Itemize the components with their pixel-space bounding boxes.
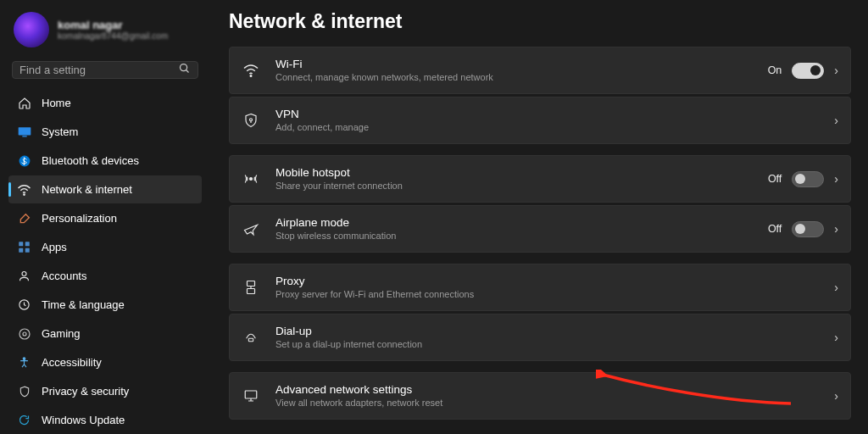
svg-rect-9 xyxy=(25,248,30,253)
svg-point-13 xyxy=(23,332,26,336)
svg-rect-7 xyxy=(25,242,30,246)
nav-label: Windows Update xyxy=(42,414,125,426)
profile-name: komal nagar xyxy=(58,19,168,31)
nav-label: Personalization xyxy=(42,212,117,225)
chevron-right-icon: › xyxy=(834,281,838,294)
nav-label: Apps xyxy=(42,241,67,253)
main-content: Network & internet Wi-Fi Connect, manage… xyxy=(210,0,868,434)
nav-windows-update[interactable]: Windows Update xyxy=(8,406,202,434)
card-subtitle: Connect, manage known networks, metered … xyxy=(275,72,753,84)
wifi-toggle[interactable] xyxy=(792,63,824,79)
profile-email: komalnagar8744@gmail.com xyxy=(58,31,168,41)
svg-rect-20 xyxy=(248,338,253,341)
svg-point-5 xyxy=(24,193,25,194)
home-icon xyxy=(17,96,31,110)
hotspot-toggle[interactable] xyxy=(792,171,824,187)
airplane-state-label: Off xyxy=(768,223,782,235)
hotspot-state-label: Off xyxy=(768,173,782,185)
card-title: VPN xyxy=(275,108,819,122)
nav-label: Privacy & security xyxy=(42,385,129,398)
dialup-icon xyxy=(242,331,260,344)
card-title: Mobile hotspot xyxy=(275,166,753,181)
svg-point-15 xyxy=(250,75,252,77)
airplane-toggle[interactable] xyxy=(792,221,824,237)
svg-rect-8 xyxy=(19,248,23,253)
svg-rect-21 xyxy=(245,391,257,398)
card-subtitle: Set up a dial-up internet connection xyxy=(275,339,819,351)
system-icon xyxy=(17,125,31,139)
card-hotspot[interactable]: Mobile hotspot Share your internet conne… xyxy=(229,155,851,203)
wifi-icon xyxy=(17,182,31,197)
card-dialup[interactable]: Dial-up Set up a dial-up internet connec… xyxy=(229,314,851,361)
svg-rect-18 xyxy=(248,281,255,287)
nav-time-language[interactable]: Time & language xyxy=(8,291,202,319)
card-subtitle: Proxy server for Wi-Fi and Ethernet conn… xyxy=(275,289,819,301)
nav-label: Gaming xyxy=(42,327,81,340)
accessibility-icon xyxy=(17,355,31,370)
svg-point-17 xyxy=(250,178,253,181)
nav-label: Bluetooth & devices xyxy=(42,154,139,167)
nav-home[interactable]: Home xyxy=(8,89,202,117)
nav-gaming[interactable]: Gaming xyxy=(8,320,202,348)
svg-point-0 xyxy=(181,64,187,71)
brush-icon xyxy=(17,211,31,225)
svg-rect-19 xyxy=(248,289,255,294)
svg-point-14 xyxy=(23,358,25,360)
nav-label: Network & internet xyxy=(42,183,132,196)
account-icon xyxy=(17,269,31,283)
card-title: Advanced network settings xyxy=(275,383,819,398)
card-subtitle: Share your internet connection xyxy=(275,181,753,192)
network-adapter-icon xyxy=(242,388,260,403)
svg-rect-3 xyxy=(22,136,26,136)
vpn-shield-icon xyxy=(242,112,260,129)
svg-point-12 xyxy=(19,329,30,339)
nav-accounts[interactable]: Accounts xyxy=(8,262,202,290)
update-icon xyxy=(17,413,31,427)
nav-personalization[interactable]: Personalization xyxy=(8,204,202,232)
wifi-icon xyxy=(242,64,260,77)
nav-apps[interactable]: Apps xyxy=(8,233,202,261)
clock-icon xyxy=(17,298,31,312)
profile-text: komal nagar komalnagar8744@gmail.com xyxy=(58,19,168,41)
card-title: Airplane mode xyxy=(275,216,753,231)
svg-line-1 xyxy=(186,70,189,73)
settings-list: Wi-Fi Connect, manage known networks, me… xyxy=(229,47,851,420)
nav-accessibility[interactable]: Accessibility xyxy=(8,348,202,376)
wifi-state-label: On xyxy=(768,64,782,76)
chevron-right-icon: › xyxy=(834,114,838,127)
apps-icon xyxy=(17,240,31,254)
airplane-icon xyxy=(242,221,260,236)
profile-block[interactable]: komal nagar komalnagar8744@gmail.com xyxy=(8,8,202,56)
proxy-icon xyxy=(242,279,260,296)
hotspot-icon xyxy=(242,171,260,186)
svg-point-10 xyxy=(22,272,26,276)
nav-label: System xyxy=(42,125,78,138)
nav-privacy[interactable]: Privacy & security xyxy=(8,377,202,405)
nav-system[interactable]: System xyxy=(8,118,202,146)
page-title: Network & internet xyxy=(229,10,851,33)
svg-rect-2 xyxy=(18,127,31,135)
shield-icon xyxy=(17,384,31,398)
card-title: Proxy xyxy=(275,275,819,289)
chevron-right-icon: › xyxy=(834,331,838,344)
nav-bluetooth[interactable]: Bluetooth & devices xyxy=(8,147,202,175)
card-airplane[interactable]: Airplane mode Stop wireless communicatio… xyxy=(229,205,851,253)
card-subtitle: Stop wireless communication xyxy=(275,231,753,242)
nav-list: Home System Bluetooth & devices Network … xyxy=(8,89,202,434)
search-box[interactable] xyxy=(12,61,198,79)
card-title: Wi-Fi xyxy=(275,58,753,72)
card-proxy[interactable]: Proxy Proxy server for Wi-Fi and Etherne… xyxy=(229,264,851,311)
chevron-right-icon: › xyxy=(834,389,838,403)
card-wifi[interactable]: Wi-Fi Connect, manage known networks, me… xyxy=(229,47,851,94)
chevron-right-icon: › xyxy=(834,64,838,77)
nav-label: Home xyxy=(42,97,71,109)
nav-network[interactable]: Network & internet xyxy=(8,175,202,203)
svg-rect-6 xyxy=(19,242,23,246)
card-vpn[interactable]: VPN Add, connect, manage › xyxy=(229,97,851,144)
chevron-right-icon: › xyxy=(834,222,838,236)
card-subtitle: Add, connect, manage xyxy=(275,122,819,134)
search-input[interactable] xyxy=(19,64,178,76)
card-advanced-network[interactable]: Advanced network settings View all netwo… xyxy=(229,372,851,420)
nav-label: Accessibility xyxy=(42,356,102,369)
card-subtitle: View all network adapters, network reset xyxy=(275,398,819,409)
